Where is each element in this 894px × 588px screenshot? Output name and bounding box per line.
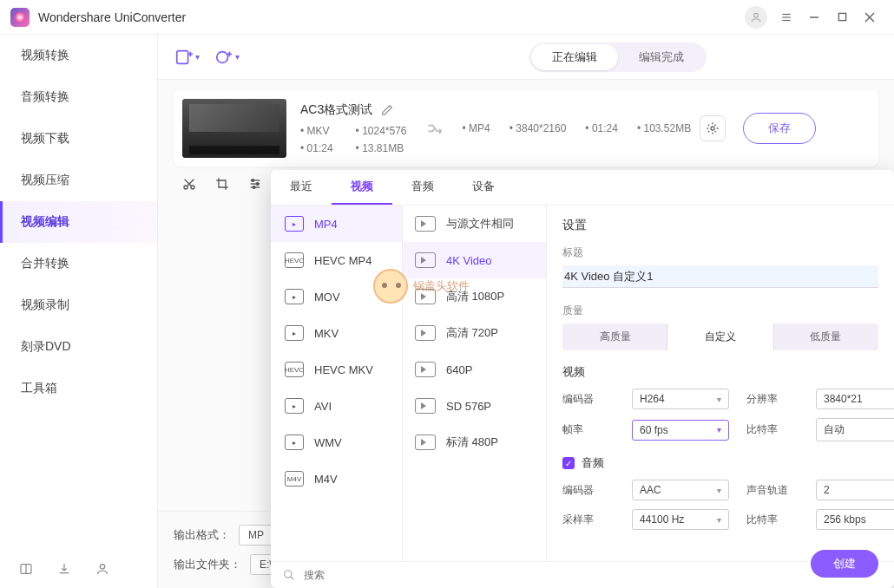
quality-label: 质量 [562, 304, 878, 318]
user-icon[interactable] [95, 562, 109, 576]
toolbar: ▾ ▾ 正在编辑 编辑完成 [158, 35, 894, 80]
popup-search-bar [271, 561, 894, 588]
settings-header: 设置 [562, 218, 878, 233]
swap-icon[interactable] [426, 120, 444, 137]
preset-480p[interactable]: 标清 480P [403, 424, 546, 461]
rename-icon[interactable] [381, 104, 393, 116]
sidebar-item-toolbox[interactable]: 工具箱 [0, 368, 157, 409]
quality-high[interactable]: 高质量 [562, 323, 667, 350]
title-input[interactable] [562, 265, 878, 288]
sidebar-item-audio-convert[interactable]: 音频转换 [0, 76, 157, 118]
video-bitrate-select[interactable]: 自动 [816, 418, 894, 441]
audio-checkbox[interactable]: ✓ [562, 457, 575, 469]
close-icon[interactable] [856, 3, 884, 31]
popup-tab-audio[interactable]: 音频 [392, 170, 453, 205]
account-avatar[interactable] [745, 6, 767, 29]
app-title: Wondershare UniConverter [38, 10, 745, 24]
job-row: AC3格式测试 • MKV • 1024*576 • 01:24 • 13.81… [174, 90, 878, 167]
sidebar-item-video-edit[interactable]: 视频编辑 [0, 201, 157, 243]
sidebar-item-merge-convert[interactable]: 合并转换 [0, 243, 157, 284]
src-duration: • 01:24 [300, 142, 333, 154]
tab-done[interactable]: 编辑完成 [618, 44, 705, 70]
src-size: • 13.81MB [356, 142, 407, 154]
minimize-icon[interactable] [800, 3, 828, 31]
search-icon [283, 569, 295, 581]
save-button[interactable]: 保存 [743, 113, 816, 144]
format-m4v[interactable]: M4VM4V [271, 461, 402, 497]
menu-icon[interactable] [772, 3, 800, 31]
format-list: ▸MP4 HEVCHEVC MP4 ▸MOV ▸MKV HEVCHEVC MKV… [271, 206, 403, 561]
svg-point-0 [754, 13, 759, 17]
download-icon[interactable] [57, 562, 71, 576]
popup-tabs: 最近 视频 音频 设备 [271, 170, 894, 206]
svg-point-17 [711, 127, 714, 130]
format-popup: 最近 视频 音频 设备 ▸MP4 HEVCHEVC MP4 ▸MOV ▸MKV … [271, 170, 894, 588]
audio-encoder-select[interactable]: AAC▾ [632, 480, 729, 500]
create-button[interactable]: 创建 [811, 550, 878, 578]
out-format: • MP4 [463, 122, 490, 134]
video-thumbnail[interactable] [182, 99, 286, 158]
svg-rect-11 [176, 50, 187, 63]
popup-tab-video[interactable]: 视频 [332, 170, 392, 205]
search-input[interactable] [304, 569, 882, 581]
video-res-label: 分辨率 [746, 392, 799, 407]
quality-segment: 高质量 自定义 低质量 [562, 323, 878, 350]
maximize-icon[interactable] [828, 3, 856, 31]
preset-4k[interactable]: 4K Video [403, 242, 546, 278]
quality-custom[interactable]: 自定义 [667, 323, 772, 350]
audio-channel-label: 声音轨道 [746, 483, 799, 498]
quality-low[interactable]: 低质量 [773, 323, 878, 350]
video-fps-select[interactable]: 60 fps▾ [632, 420, 729, 441]
preset-1080p[interactable]: 高清 1080P [403, 278, 546, 315]
crop-icon[interactable] [215, 177, 236, 191]
preset-list: 与源文件相同 4K Video 高清 1080P 高清 720P 640P SD… [403, 206, 547, 561]
video-encoder-select[interactable]: H264▾ [632, 389, 729, 409]
help-icon[interactable] [19, 562, 33, 576]
preset-720p[interactable]: 高清 720P [403, 315, 546, 351]
preset-576p[interactable]: SD 576P [403, 388, 546, 424]
src-res: • 1024*576 [356, 125, 407, 137]
tab-editing[interactable]: 正在编辑 [531, 44, 618, 70]
format-hevc-mp4[interactable]: HEVCHEVC MP4 [271, 242, 402, 278]
adjust-icon[interactable] [248, 177, 269, 191]
sidebar-item-video-compress[interactable]: 视频压缩 [0, 160, 157, 201]
audio-encoder-label: 编码器 [562, 483, 615, 498]
preset-640p[interactable]: 640P [403, 351, 546, 388]
titlebar: Wondershare UniConverter [0, 0, 894, 35]
format-mkv[interactable]: ▸MKV [271, 315, 402, 351]
audio-bitrate-select[interactable]: 256 kbps [816, 509, 894, 530]
sidebar-item-video-convert[interactable]: 视频转换 [0, 35, 157, 76]
src-format: • MKV [300, 125, 333, 137]
audio-sample-label: 采样率 [562, 513, 615, 527]
format-avi[interactable]: ▸AVI [271, 388, 402, 424]
format-mp4[interactable]: ▸MP4 [271, 206, 402, 242]
svg-point-14 [216, 51, 227, 62]
video-encoder-label: 编码器 [562, 392, 615, 407]
svg-rect-5 [838, 13, 845, 20]
video-res-select[interactable]: 3840*21 [816, 389, 894, 409]
svg-point-24 [256, 183, 259, 186]
preset-same-source[interactable]: 与源文件相同 [403, 206, 546, 242]
output-folder-label: 输出文件夹： [174, 557, 241, 572]
format-wmv[interactable]: ▸WMV [271, 424, 402, 461]
out-res: • 3840*2160 [509, 122, 567, 134]
format-mov[interactable]: ▸MOV [271, 278, 402, 315]
svg-point-23 [252, 180, 254, 182]
audio-sample-select[interactable]: 44100 Hz▾ [632, 509, 729, 530]
app-logo [10, 8, 30, 27]
add-url-icon[interactable]: ▾ [212, 44, 241, 70]
sidebar-item-burn-dvd[interactable]: 刻录DVD [0, 326, 157, 368]
out-size: • 103.52MB [637, 122, 691, 134]
format-hevc-mkv[interactable]: HEVCHEVC MKV [271, 351, 402, 388]
video-fps-label: 帧率 [562, 422, 615, 437]
output-format-label: 输出格式： [174, 527, 230, 543]
settings-gear-icon[interactable] [700, 115, 726, 141]
sidebar-item-video-download[interactable]: 视频下载 [0, 118, 157, 160]
cut-icon[interactable] [182, 177, 203, 191]
audio-channel-select[interactable]: 2 [816, 480, 894, 500]
sidebar-item-video-record[interactable]: 视频录制 [0, 284, 157, 326]
job-title: AC3格式测试 [300, 102, 372, 118]
add-file-icon[interactable]: ▾ [172, 44, 201, 70]
popup-tab-recent[interactable]: 最近 [271, 170, 332, 205]
popup-tab-device[interactable]: 设备 [453, 170, 514, 205]
